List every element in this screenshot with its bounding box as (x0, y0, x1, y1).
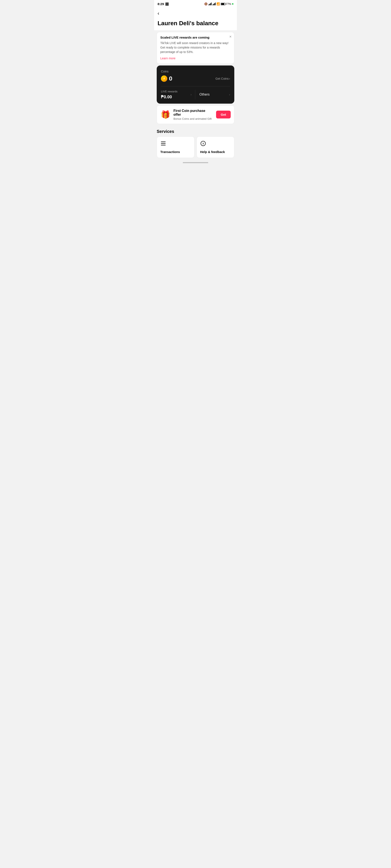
battery-icon (221, 3, 225, 5)
coins-row: d 0 Get Coins › (161, 75, 230, 82)
transactions-icon (160, 141, 191, 148)
balance-divider (161, 86, 230, 87)
back-button[interactable]: ‹ (157, 9, 159, 17)
live-rewards-chevron-icon: › (191, 93, 192, 96)
announcement-body: TikTok LIVE will soon reward creators in… (160, 41, 231, 54)
battery-fill (221, 3, 224, 5)
status-time: 8:29 (157, 2, 164, 6)
gift-icon-container: 🎁 (160, 110, 171, 120)
live-rewards-section: LIVE rewards ₱0.00 › (161, 90, 195, 99)
offer-text: First Coin purchase offer Bonus Coins an… (174, 109, 213, 120)
services-section: Services Transactions ? Help & feedback (154, 126, 237, 158)
home-indicator (183, 162, 208, 163)
live-rewards-label: LIVE rewards (161, 90, 178, 93)
bottom-bar (154, 158, 237, 166)
offer-card: 🎁 First Coin purchase offer Bonus Coins … (157, 105, 234, 124)
rewards-row: LIVE rewards ₱0.00 › Others › (161, 90, 230, 99)
get-offer-button[interactable]: Get (216, 111, 231, 119)
others-section[interactable]: Others › (195, 90, 230, 99)
balance-card: Coins d 0 Get Coins › LIVE rewards ₱0.00 (157, 65, 234, 104)
offer-title: First Coin purchase offer (174, 109, 213, 117)
green-dot-indicator (232, 3, 234, 5)
get-coins-button[interactable]: Get Coins › (215, 77, 230, 80)
mute-icon: 🔕 (204, 2, 208, 5)
others-label: Others (200, 93, 210, 96)
announcement-title: Scaled LIVE rewards are coming (160, 36, 231, 39)
live-rewards-amount: ₱0.00 (161, 94, 178, 99)
battery-percent: 77% (226, 3, 231, 5)
svg-rect-2 (161, 145, 166, 145)
services-title: Services (157, 129, 234, 134)
live-rewards-link-row[interactable]: LIVE rewards ₱0.00 › (161, 90, 192, 99)
announcement-banner: × Scaled LIVE rewards are coming TikTok … (157, 32, 234, 64)
status-bar-right: 🔕 📶 77% (204, 2, 234, 5)
svg-rect-0 (161, 142, 166, 142)
svg-text:?: ? (202, 142, 204, 145)
offer-subtitle: Bonus Coins and animated Gift (174, 117, 213, 120)
tiktok-coin-icon: d (161, 75, 167, 82)
get-coins-label: Get Coins (215, 77, 229, 80)
signal-bars-2 (212, 3, 216, 5)
wifi-icon: 📶 (216, 2, 220, 5)
coins-label: Coins (161, 70, 230, 73)
status-bar: 8:29 ⬛ 🔕 📶 77% (154, 0, 237, 7)
svg-rect-1 (161, 143, 166, 144)
get-coins-chevron-icon: › (229, 77, 230, 80)
gift-icon: 🎁 (161, 110, 170, 119)
page-title: Lauren Deli's balance (157, 20, 234, 27)
coins-amount: d 0 (161, 75, 172, 82)
learn-more-link[interactable]: Learn more (160, 57, 176, 60)
status-bar-left: 8:29 ⬛ (157, 2, 169, 6)
coins-section: Coins d 0 Get Coins › (161, 70, 230, 82)
back-arrow-icon: ‹ (157, 10, 159, 16)
camera-recording-icon: ⬛ (165, 2, 169, 6)
close-announcement-button[interactable]: × (229, 35, 232, 38)
signal-bars-1 (208, 3, 212, 5)
transactions-label: Transactions (160, 150, 180, 154)
services-grid: Transactions ? Help & feedback (157, 136, 234, 158)
battery-indicator: 77% (221, 3, 231, 5)
help-feedback-icon: ? (200, 141, 231, 148)
help-feedback-label: Help & feedback (200, 150, 225, 154)
others-chevron-icon: › (229, 93, 230, 96)
header: ‹ Lauren Deli's balance (154, 7, 237, 30)
service-card-help-feedback[interactable]: ? Help & feedback (197, 136, 234, 158)
service-card-transactions[interactable]: Transactions (157, 136, 194, 158)
coin-count: 0 (169, 75, 172, 82)
